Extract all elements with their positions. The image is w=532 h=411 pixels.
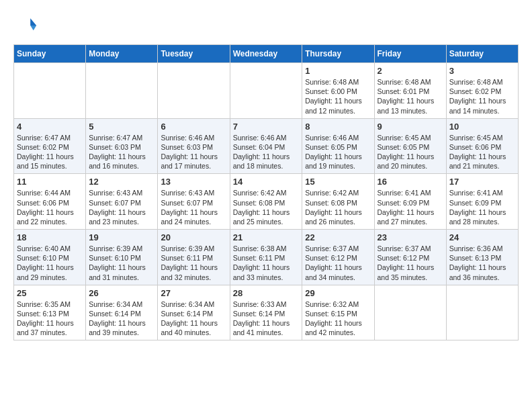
day-info: Sunrise: 6:36 AMSunset: 6:13 PMDaylight:… [449, 244, 515, 282]
sunset-label: Sunset: 6:00 PM [305, 87, 357, 95]
sunrise-label: Sunrise: 6:34 AM [89, 300, 142, 308]
sunrise-label: Sunrise: 6:37 AM [305, 244, 359, 253]
sunset-label: Sunset: 6:04 PM [233, 143, 285, 151]
calendar-header-sunday: Sunday [14, 45, 86, 63]
day-number: 9 [378, 122, 443, 132]
sunset-label: Sunset: 6:05 PM [305, 143, 357, 151]
sunrise-label: Sunrise: 6:39 AM [89, 244, 142, 253]
day-number: 21 [233, 232, 300, 242]
sunrise-label: Sunrise: 6:42 AM [233, 189, 287, 197]
calendar-cell [14, 63, 86, 119]
day-number: 22 [305, 232, 371, 242]
sunrise-label: Sunrise: 6:48 AM [449, 78, 503, 86]
sunset-label: Sunset: 6:12 PM [305, 254, 357, 262]
day-number: 18 [17, 232, 83, 242]
calendar-header-tuesday: Tuesday [158, 45, 230, 63]
sunset-label: Sunset: 6:11 PM [161, 254, 213, 262]
daylight-label: Daylight: 11 hours and 25 minutes. [233, 208, 290, 226]
sunset-label: Sunset: 6:08 PM [233, 199, 285, 207]
daylight-label: Daylight: 11 hours and 27 minutes. [378, 208, 435, 226]
daylight-label: Daylight: 11 hours and 42 minutes. [305, 319, 362, 336]
sunset-label: Sunset: 6:14 PM [233, 310, 285, 318]
daylight-label: Daylight: 11 hours and 19 minutes. [305, 152, 362, 170]
calendar-cell [158, 63, 230, 119]
day-info: Sunrise: 6:45 AMSunset: 6:05 PMDaylight:… [378, 133, 443, 171]
svg-marker-0 [30, 18, 36, 26]
calendar-cell: 21Sunrise: 6:38 AMSunset: 6:11 PMDayligh… [230, 230, 302, 285]
calendar-cell: 18Sunrise: 6:40 AMSunset: 6:10 PMDayligh… [14, 230, 86, 285]
day-info: Sunrise: 6:40 AMSunset: 6:10 PMDaylight:… [17, 244, 83, 282]
day-number: 5 [89, 122, 154, 132]
daylight-label: Daylight: 11 hours and 31 minutes. [89, 263, 146, 281]
day-info: Sunrise: 6:48 AMSunset: 6:00 PMDaylight:… [305, 77, 371, 116]
day-info: Sunrise: 6:44 AMSunset: 6:06 PMDaylight:… [17, 188, 83, 226]
calendar-cell: 27Sunrise: 6:34 AMSunset: 6:14 PMDayligh… [158, 285, 230, 340]
calendar-week-row: 11Sunrise: 6:44 AMSunset: 6:06 PMDayligh… [14, 174, 519, 230]
calendar-cell: 25Sunrise: 6:35 AMSunset: 6:13 PMDayligh… [14, 285, 86, 340]
day-info: Sunrise: 6:42 AMSunset: 6:08 PMDaylight:… [233, 188, 300, 226]
day-info: Sunrise: 6:39 AMSunset: 6:11 PMDaylight:… [161, 244, 226, 282]
sunrise-label: Sunrise: 6:33 AM [233, 300, 287, 308]
sunrise-label: Sunrise: 6:38 AM [233, 244, 287, 253]
day-number: 27 [161, 288, 226, 298]
calendar-cell: 28Sunrise: 6:33 AMSunset: 6:14 PMDayligh… [230, 285, 302, 340]
calendar-cell: 8Sunrise: 6:46 AMSunset: 6:05 PMDaylight… [302, 118, 374, 174]
sunrise-label: Sunrise: 6:41 AM [449, 189, 503, 197]
day-number: 19 [89, 232, 154, 242]
sunset-label: Sunset: 6:09 PM [378, 199, 430, 207]
calendar-cell: 15Sunrise: 6:42 AMSunset: 6:08 PMDayligh… [302, 174, 374, 230]
calendar-cell: 17Sunrise: 6:41 AMSunset: 6:09 PMDayligh… [446, 174, 518, 230]
daylight-label: Daylight: 11 hours and 21 minutes. [449, 152, 506, 170]
day-number: 2 [378, 66, 443, 76]
daylight-label: Daylight: 11 hours and 13 minutes. [378, 97, 435, 114]
calendar-cell: 24Sunrise: 6:36 AMSunset: 6:13 PMDayligh… [446, 230, 518, 285]
day-info: Sunrise: 6:34 AMSunset: 6:14 PMDaylight:… [89, 300, 154, 338]
sunset-label: Sunset: 6:02 PM [449, 87, 502, 95]
sunrise-label: Sunrise: 6:48 AM [305, 78, 359, 86]
day-number: 17 [449, 177, 515, 187]
daylight-label: Daylight: 11 hours and 18 minutes. [233, 152, 290, 170]
day-number: 29 [305, 288, 371, 298]
calendar-cell: 29Sunrise: 6:32 AMSunset: 6:15 PMDayligh… [302, 285, 374, 340]
sunset-label: Sunset: 6:03 PM [89, 143, 141, 151]
sunrise-label: Sunrise: 6:34 AM [161, 300, 214, 308]
day-info: Sunrise: 6:33 AMSunset: 6:14 PMDaylight:… [233, 300, 300, 338]
day-info: Sunrise: 6:46 AMSunset: 6:04 PMDaylight:… [233, 133, 300, 171]
day-info: Sunrise: 6:37 AMSunset: 6:12 PMDaylight:… [305, 244, 371, 282]
calendar-cell: 14Sunrise: 6:42 AMSunset: 6:08 PMDayligh… [230, 174, 302, 230]
calendar-cell: 22Sunrise: 6:37 AMSunset: 6:12 PMDayligh… [302, 230, 374, 285]
sunrise-label: Sunrise: 6:35 AM [17, 300, 71, 308]
day-info: Sunrise: 6:41 AMSunset: 6:09 PMDaylight:… [378, 188, 443, 226]
day-number: 15 [305, 177, 371, 187]
calendar-cell: 1Sunrise: 6:48 AMSunset: 6:00 PMDaylight… [302, 63, 374, 119]
sunset-label: Sunset: 6:13 PM [449, 254, 502, 262]
day-info: Sunrise: 6:48 AMSunset: 6:01 PMDaylight:… [378, 77, 443, 116]
sunset-label: Sunset: 6:06 PM [17, 199, 69, 207]
sunrise-label: Sunrise: 6:43 AM [89, 189, 142, 197]
daylight-label: Daylight: 11 hours and 14 minutes. [449, 97, 506, 114]
sunrise-label: Sunrise: 6:47 AM [89, 134, 142, 142]
sunset-label: Sunset: 6:01 PM [378, 87, 430, 95]
daylight-label: Daylight: 11 hours and 29 minutes. [17, 263, 74, 281]
day-number: 24 [449, 232, 515, 242]
calendar-cell: 10Sunrise: 6:45 AMSunset: 6:06 PMDayligh… [446, 118, 518, 174]
sunrise-label: Sunrise: 6:48 AM [378, 78, 431, 86]
sunrise-label: Sunrise: 6:45 AM [378, 134, 431, 142]
sunrise-label: Sunrise: 6:46 AM [161, 134, 214, 142]
day-info: Sunrise: 6:47 AMSunset: 6:02 PMDaylight:… [17, 133, 83, 171]
calendar-cell [374, 285, 446, 340]
daylight-label: Daylight: 11 hours and 17 minutes. [161, 152, 218, 170]
sunrise-label: Sunrise: 6:47 AM [17, 134, 71, 142]
day-number: 16 [378, 177, 443, 187]
svg-marker-1 [30, 26, 36, 30]
calendar-cell: 9Sunrise: 6:45 AMSunset: 6:05 PMDaylight… [374, 118, 446, 174]
sunset-label: Sunset: 6:10 PM [17, 254, 69, 262]
day-info: Sunrise: 6:47 AMSunset: 6:03 PMDaylight:… [89, 133, 154, 171]
day-info: Sunrise: 6:34 AMSunset: 6:14 PMDaylight:… [161, 300, 226, 338]
logo [13, 13, 42, 38]
calendar-cell: 11Sunrise: 6:44 AMSunset: 6:06 PMDayligh… [14, 174, 86, 230]
calendar-header-thursday: Thursday [302, 45, 374, 63]
day-info: Sunrise: 6:39 AMSunset: 6:10 PMDaylight:… [89, 244, 154, 282]
daylight-label: Daylight: 11 hours and 12 minutes. [305, 97, 362, 114]
day-number: 20 [161, 232, 226, 242]
